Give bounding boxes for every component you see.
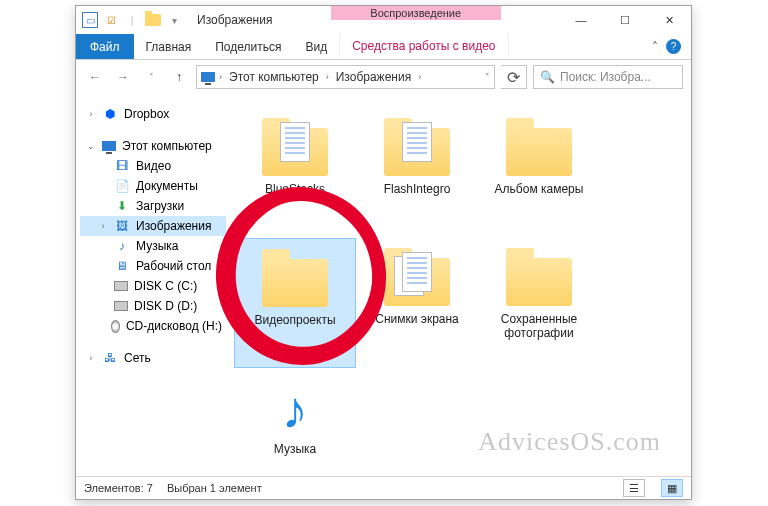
pc-icon (201, 72, 215, 82)
search-input[interactable]: 🔍 Поиск: Изобра... (533, 65, 683, 89)
qat-properties-icon[interactable]: ▭ (82, 12, 98, 28)
chevron-down-icon[interactable]: ⌄ (86, 141, 96, 151)
item-label: Снимки экрана (375, 312, 459, 326)
nav-label: Видео (136, 159, 171, 173)
context-tab-label: Воспроизведение (331, 6, 501, 20)
nav-label: Документы (136, 179, 198, 193)
chevron-right-icon[interactable]: › (86, 353, 96, 363)
nav-item-disk[interactable]: DISK D (D:) (80, 296, 226, 316)
minimize-button[interactable]: — (559, 6, 603, 34)
ribbon-tab-share[interactable]: Поделиться (203, 34, 293, 59)
folder-item[interactable]: BlueStacks (234, 108, 356, 238)
dropbox-icon: ⬢ (102, 106, 118, 122)
nav-item-video[interactable]: 🎞Видео (80, 156, 226, 176)
address-row: ← → ˅ ↑ › Этот компьютер › Изображения ›… (76, 60, 691, 94)
nav-item-desk[interactable]: 🖥Рабочий стол (80, 256, 226, 276)
up-button[interactable]: ↑ (168, 66, 190, 88)
music-note-icon: ♪ (282, 384, 308, 436)
item-label: FlashIntegro (384, 182, 451, 196)
ribbon-tab-video-tools[interactable]: Средства работы с видео (339, 34, 508, 59)
item-label: BlueStacks (265, 182, 325, 196)
nav-item-pics[interactable]: ›🖼Изображения (80, 216, 226, 236)
nav-label: CD-дисковод (H:) (126, 319, 222, 333)
folder-item[interactable]: ♪Музыка (234, 368, 356, 498)
window-folder-icon (145, 14, 161, 26)
address-dropdown-icon[interactable]: ˅ (485, 72, 490, 82)
cd-icon (111, 320, 120, 333)
close-button[interactable]: ✕ (647, 6, 691, 34)
nav-item-docs[interactable]: 📄Документы (80, 176, 226, 196)
ribbon-context-header: Воспроизведение (331, 6, 501, 34)
items-view[interactable]: BlueStacksFlashIntegroАльбом камерыВидео… (226, 94, 691, 476)
qat-dropdown-icon[interactable]: ▾ (166, 12, 182, 28)
item-label: Сохраненные фотографии (484, 312, 594, 341)
folder-item[interactable]: Сохраненные фотографии (478, 238, 600, 368)
music-icon: ♪ (114, 238, 130, 254)
folder-icon (381, 114, 453, 176)
nav-label: Изображения (136, 219, 211, 233)
help-icon[interactable]: ? (666, 39, 681, 54)
status-item-count: Элементов: 7 (84, 482, 153, 494)
back-button[interactable]: ← (84, 66, 106, 88)
breadcrumb-pictures[interactable]: Изображения (333, 70, 414, 84)
view-details-button[interactable]: ☰ (623, 479, 645, 497)
search-placeholder: Поиск: Изобра... (560, 70, 651, 84)
nav-label: Этот компьютер (122, 139, 212, 153)
documents-icon: 📄 (114, 178, 130, 194)
pictures-icon: 🖼 (114, 218, 130, 234)
title-bar: ▭ ☑ | ▾ Изображения Воспроизведение — ☐ … (76, 6, 691, 34)
nav-label: DISK D (D:) (134, 299, 197, 313)
nav-network[interactable]: › 🖧 Сеть (80, 348, 226, 368)
chevron-right-icon[interactable]: › (98, 221, 108, 231)
video-icon: 🎞 (114, 158, 130, 174)
ribbon-tab-view[interactable]: Вид (293, 34, 339, 59)
network-icon: 🖧 (102, 350, 118, 366)
item-label: Альбом камеры (495, 182, 584, 196)
folder-icon (381, 244, 453, 306)
chevron-right-icon[interactable]: › (219, 72, 222, 82)
downloads-icon: ⬇ (114, 198, 130, 214)
window-title: Изображения (197, 13, 272, 27)
nav-label: Сеть (124, 351, 151, 365)
nav-item-disk[interactable]: DISK C (C:) (80, 276, 226, 296)
folder-item[interactable]: FlashIntegro (356, 108, 478, 238)
breadcrumb-pc[interactable]: Этот компьютер (226, 70, 322, 84)
window-body: › ⬢ Dropbox ⌄ Этот компьютер 🎞Видео📄Доку… (76, 94, 691, 476)
nav-item-music[interactable]: ♪Музыка (80, 236, 226, 256)
nav-dropbox[interactable]: › ⬢ Dropbox (80, 104, 226, 124)
nav-label: Музыка (136, 239, 178, 253)
folder-item[interactable]: Снимки экрана (356, 238, 478, 368)
explorer-window: ▭ ☑ | ▾ Изображения Воспроизведение — ☐ … (75, 5, 692, 500)
chevron-right-icon[interactable]: › (86, 109, 96, 119)
folder-icon (259, 114, 331, 176)
folder-icon (259, 245, 331, 307)
watermark-text: AdvicesOS.com (478, 427, 661, 457)
refresh-button[interactable]: ⟳ (501, 65, 527, 89)
ribbon-file-tab[interactable]: Файл (76, 34, 134, 59)
desktop-icon: 🖥 (114, 258, 130, 274)
nav-item-cd[interactable]: CD-дисковод (H:) (80, 316, 226, 336)
recent-locations-button[interactable]: ˅ (140, 66, 162, 88)
qat-separator: | (124, 12, 140, 28)
qat-checkbox-icon[interactable]: ☑ (103, 12, 119, 28)
chevron-right-icon[interactable]: › (418, 72, 421, 82)
folder-item[interactable]: Видеопроекты (234, 238, 356, 368)
view-large-icons-button[interactable]: ▦ (661, 479, 683, 497)
nav-label: Загрузки (136, 199, 184, 213)
nav-label: Рабочий стол (136, 259, 211, 273)
forward-button[interactable]: → (112, 66, 134, 88)
nav-item-down[interactable]: ⬇Загрузки (80, 196, 226, 216)
folder-icon (503, 114, 575, 176)
ribbon-tabs: Файл Главная Поделиться Вид Средства раб… (76, 34, 691, 60)
ribbon-collapse-icon[interactable]: ˄ (652, 40, 658, 54)
maximize-button[interactable]: ☐ (603, 6, 647, 34)
nav-this-pc[interactable]: ⌄ Этот компьютер (80, 136, 226, 156)
chevron-right-icon[interactable]: › (326, 72, 329, 82)
folder-icon: ♪ (259, 374, 331, 436)
disk-icon (114, 301, 128, 311)
item-label: Музыка (274, 442, 316, 456)
ribbon-tab-home[interactable]: Главная (134, 34, 204, 59)
search-icon: 🔍 (540, 70, 555, 84)
address-bar[interactable]: › Этот компьютер › Изображения › ˅ (196, 65, 495, 89)
folder-item[interactable]: Альбом камеры (478, 108, 600, 238)
